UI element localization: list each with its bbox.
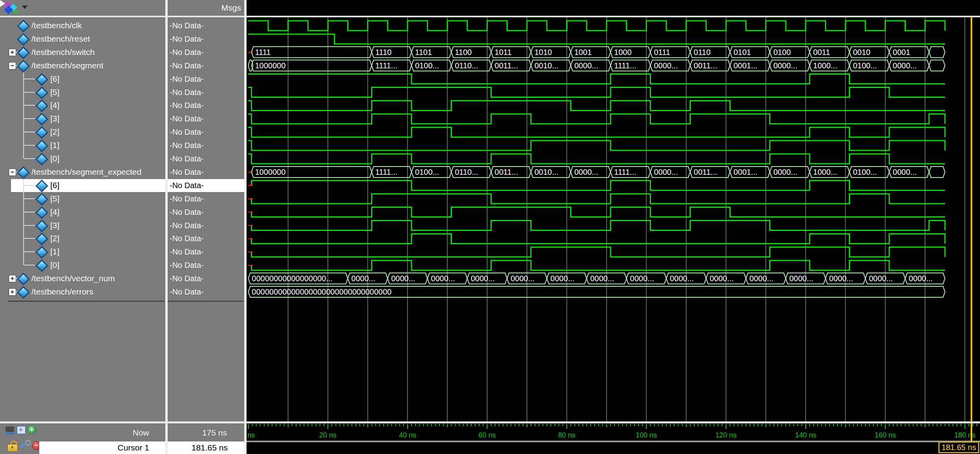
signal-label[interactable]: [1] [50,141,59,150]
msgs-cell[interactable]: -No Data- [170,221,204,230]
msgs-cell[interactable]: -No Data- [170,114,204,123]
bus-value-text: 0000... [391,274,415,283]
signal-label[interactable]: [3] [50,114,59,123]
bus-value-text: 0001... [733,61,757,70]
bus-value-text: 0100... [415,61,439,70]
name-msgs-divider[interactable] [165,0,168,454]
signal-icon [35,100,48,113]
waveform-panel[interactable]: 1111111011011100101110101001100001110110… [247,0,980,454]
tree-branch-line [24,238,35,239]
msgs-cell[interactable]: -No Data- [170,167,204,177]
bus-value-text: 0000... [654,61,678,70]
ruler-label: 0 ns [247,431,255,439]
signal-label[interactable]: /testbench/segment_expected [31,167,141,177]
bus-value-text: 0010 [853,48,870,57]
signal-label[interactable]: [4] [50,207,59,217]
signal-label[interactable]: [5] [50,88,59,97]
bus-value-text: 0011... [495,61,518,70]
cursor-value[interactable]: 181.65 ns [168,443,228,453]
bus-value-text: 1111... [375,61,398,70]
bus-value-text: 0000... [510,274,534,283]
cursor-name[interactable]: Cursor 1 [39,443,149,453]
bus-value-text: 0000... [869,274,893,283]
msgs-cell[interactable]: -No Data- [170,34,204,44]
msgs-cell[interactable]: -No Data- [170,194,204,203]
bus-value-text: 0000... [654,168,678,176]
bus-value-text: 1000000 [255,168,285,176]
bus-value-text: 0001 [893,48,911,57]
bus-value-text: 0000... [471,274,495,283]
msgs-cell[interactable]: -No Data- [170,61,204,70]
msgs-cell[interactable]: -No Data- [170,48,204,57]
signal-label[interactable]: /testbench/clk [31,21,82,30]
signal-label[interactable]: [5] [50,194,59,203]
bus-value-text: 0000... [909,274,932,283]
msgs-cell[interactable]: -No Data- [170,21,204,30]
signal-icon [35,86,48,99]
signal-label[interactable]: [2] [50,234,59,243]
waveform-canvas[interactable]: 1111111011011100101110101001100001110110… [247,0,980,454]
bus-value-text: 0000... [670,274,694,283]
signal-label[interactable]: [6] [50,74,59,84]
wave-bus-bit [248,101,945,110]
bus-value-text: 0110 [694,48,711,57]
signal-label[interactable]: [3] [50,221,59,230]
bus-value-text: 1011 [495,48,512,57]
bus-value-text: 0100... [853,168,877,176]
bus-value-text: 0000... [773,61,797,70]
signal-label[interactable]: /testbench/switch [31,48,95,57]
bus-value-text: 0100 [773,48,791,57]
bottom-separator [0,421,980,423]
bus-value-text: 1000... [813,61,837,70]
msgs-cell[interactable]: -No Data- [170,141,204,150]
now-label: Now [0,428,149,438]
ruler-label: 60 ns [479,431,496,439]
msgs-cell[interactable]: -No Data- [170,88,204,97]
msgs-cell[interactable]: -No Data- [170,74,204,84]
msgs-cell[interactable]: -No Data- [170,247,204,256]
msgs-wave-divider[interactable] [244,0,247,454]
signal-label[interactable]: [6] [50,181,59,190]
tree-branch-line [24,265,35,265]
msgs-cell[interactable]: -No Data- [170,274,204,283]
signal-icon [35,113,48,126]
wave-window: /testbench/clk/testbench/reset+/testbenc… [0,0,980,454]
expand-plus-toggle[interactable]: + [9,49,16,56]
bus-value-text: 1101 [415,48,432,57]
expand-plus-toggle[interactable]: + [9,288,16,296]
bus-box [929,60,945,71]
msgs-cell[interactable]: -No Data- [170,127,204,137]
signal-label[interactable]: [2] [50,127,59,137]
msgs-cell[interactable]: -No Data- [170,260,204,270]
ruler-label: 140 ns [795,431,816,439]
bus-value-text: 0000... [893,168,917,176]
cursor-time-box[interactable]: 181.65 ns [938,441,979,453]
msgs-cell[interactable]: -No Data- [170,101,204,110]
msgs-cell[interactable]: -No Data- [170,181,204,190]
expand-plus-toggle[interactable]: + [9,275,16,282]
tree-branch-line [24,212,35,212]
msgs-cell[interactable]: -No Data- [170,287,204,297]
collapse-minus-toggle[interactable]: − [9,168,16,176]
signal-label[interactable]: /testbench/segment [31,61,103,70]
signal-label[interactable]: /testbench/reset [31,34,90,44]
bus-value-text: 1111... [375,168,398,176]
collapse-minus-toggle[interactable]: − [9,62,16,70]
signal-label[interactable]: [4] [50,101,59,110]
msgs-cell[interactable]: -No Data- [170,234,204,243]
signal-label[interactable]: [0] [50,260,59,270]
bus-value-text: 0100... [853,61,877,70]
cursor-line[interactable] [971,17,972,441]
wave-bus-bit [251,194,945,204]
tree-branch-line [24,92,35,93]
signal-label[interactable]: /testbench/vector_num [31,274,115,283]
bus-value-text: 0000... [574,61,598,70]
ruler-label: 40 ns [399,431,416,439]
msgs-cell[interactable]: -No Data- [170,154,204,163]
bus-value-text: 0000... [630,274,654,283]
bus-value-text: 1111 [255,48,271,57]
msgs-cell[interactable]: -No Data- [170,207,204,217]
signal-label[interactable]: [1] [50,247,59,256]
signal-label[interactable]: /testbench/errors [31,287,93,297]
signal-label[interactable]: [0] [50,154,59,163]
